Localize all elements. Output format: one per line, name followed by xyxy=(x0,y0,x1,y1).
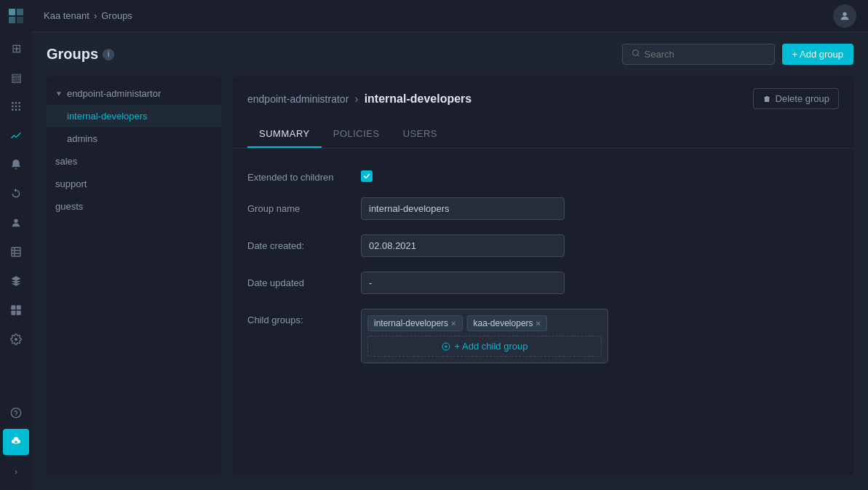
topbar-right xyxy=(833,4,856,28)
left-navigation: ⊞ ▤ › xyxy=(0,0,32,490)
table-icon[interactable] xyxy=(3,239,29,265)
svg-rect-20 xyxy=(11,311,15,315)
group-name-row: Group name xyxy=(247,197,839,220)
svg-rect-14 xyxy=(12,248,20,256)
delete-group-button[interactable]: Delete group xyxy=(753,88,839,109)
widgets-icon[interactable] xyxy=(3,297,29,323)
tree-item-label: internal-developers xyxy=(67,111,148,122)
page-title-area: Groups i xyxy=(47,46,114,63)
detail-breadcrumb-current: internal-developers xyxy=(365,92,472,106)
detail-header: endpoint-administrator › internal-develo… xyxy=(233,76,853,121)
user-avatar[interactable] xyxy=(833,4,856,28)
svg-point-11 xyxy=(15,108,17,111)
date-updated-input xyxy=(361,272,565,294)
detail-breadcrumb-separator: › xyxy=(354,92,358,106)
date-created-input xyxy=(361,234,565,257)
tab-summary[interactable]: SUMMARY xyxy=(247,121,322,148)
breadcrumb-current: Groups xyxy=(101,10,132,21)
group-name-input[interactable] xyxy=(361,197,565,220)
svg-point-5 xyxy=(15,102,17,104)
child-groups-value: internal-developers × kaa-developers × xyxy=(361,309,608,363)
date-updated-label: Date updated xyxy=(247,272,349,288)
apps-icon[interactable] xyxy=(3,93,29,119)
svg-point-9 xyxy=(18,106,20,108)
sidebar-tree: ▼ endpoint-administartor internal-develo… xyxy=(47,76,221,475)
extended-checkbox-wrapper xyxy=(361,166,373,182)
settings-icon[interactable] xyxy=(3,326,29,352)
child-groups-tags: internal-developers × kaa-developers × xyxy=(367,315,602,331)
child-groups-label: Child groups: xyxy=(247,309,349,325)
refresh-icon[interactable] xyxy=(3,181,29,207)
info-badge[interactable]: i xyxy=(103,49,114,60)
alerts-icon[interactable] xyxy=(3,151,29,178)
package-icon[interactable] xyxy=(3,268,29,294)
main-area: Kaa tenant › Groups Groups i xyxy=(32,0,868,490)
child-groups-container: internal-developers × kaa-developers × xyxy=(361,309,608,363)
date-created-value xyxy=(361,234,565,257)
dashboard-icon[interactable]: ▤ xyxy=(3,64,29,90)
add-child-group-button[interactable]: + Add child group xyxy=(367,336,602,357)
search-icon xyxy=(632,49,640,60)
detail-panel: endpoint-administrator › internal-develo… xyxy=(233,76,853,475)
form-content: Extended to children Group name xyxy=(233,149,853,475)
svg-point-23 xyxy=(16,415,17,416)
cloud-upload-icon[interactable] xyxy=(3,429,29,455)
tab-users[interactable]: USERS xyxy=(391,121,449,148)
group-tag-label: kaa-developers xyxy=(474,318,533,328)
detail-breadcrumb: endpoint-administrator › internal-develo… xyxy=(247,92,471,106)
tree-item-label: admins xyxy=(67,133,97,144)
svg-point-8 xyxy=(15,106,17,108)
svg-rect-3 xyxy=(17,17,23,23)
tree-item-guests[interactable]: guests xyxy=(47,195,221,218)
add-group-button[interactable]: + Add group xyxy=(782,44,853,65)
breadcrumb: Kaa tenant › Groups xyxy=(44,10,132,21)
svg-point-22 xyxy=(11,408,20,417)
tree-arrow: ▼ xyxy=(55,90,63,98)
group-tag-label: internal-developers xyxy=(374,318,448,328)
analytics-icon[interactable] xyxy=(3,122,29,149)
remove-tag-kaa-developers[interactable]: × xyxy=(536,319,541,328)
header-actions: + Add group xyxy=(622,44,853,65)
user-circle-icon[interactable] xyxy=(3,210,29,236)
svg-point-6 xyxy=(18,102,20,104)
extended-checkbox[interactable] xyxy=(361,170,373,182)
add-child-group-label: + Add child group xyxy=(455,341,528,352)
tree-item-label: guests xyxy=(55,201,83,212)
date-created-row: Date created: xyxy=(247,234,839,257)
expand-nav-button[interactable]: › xyxy=(3,458,29,484)
remove-tag-internal-developers[interactable]: × xyxy=(451,319,455,328)
svg-point-10 xyxy=(12,108,14,111)
help-icon[interactable] xyxy=(3,400,29,426)
svg-rect-2 xyxy=(9,17,15,23)
svg-point-25 xyxy=(632,50,638,56)
svg-point-12 xyxy=(18,108,20,111)
svg-rect-19 xyxy=(17,305,21,309)
tree-item-support[interactable]: support xyxy=(47,173,221,195)
tab-policies[interactable]: POLICIES xyxy=(322,121,391,148)
tree-item-sales[interactable]: sales xyxy=(47,150,221,173)
search-input[interactable] xyxy=(645,49,765,60)
svg-point-7 xyxy=(12,106,14,108)
page-title: Groups xyxy=(47,46,98,63)
tree-item-endpoint-administrator[interactable]: ▼ endpoint-administartor xyxy=(47,82,221,105)
date-created-label: Date created: xyxy=(247,234,349,251)
search-box xyxy=(622,44,775,65)
extended-label: Extended to children xyxy=(247,166,349,183)
content-body: ▼ endpoint-administartor internal-develo… xyxy=(32,76,868,490)
topbar: Kaa tenant › Groups xyxy=(32,0,868,32)
extended-row: Extended to children xyxy=(247,166,839,183)
svg-line-26 xyxy=(637,55,639,56)
svg-point-13 xyxy=(14,219,17,223)
tree-item-admins[interactable]: admins xyxy=(47,127,221,150)
tree-item-internal-developers[interactable]: internal-developers xyxy=(47,105,221,127)
grid-icon[interactable]: ⊞ xyxy=(3,35,29,61)
tree-item-label: support xyxy=(55,178,87,189)
date-updated-value xyxy=(361,272,565,294)
breadcrumb-tenant[interactable]: Kaa tenant xyxy=(44,10,89,21)
tree-item-label: sales xyxy=(55,156,77,167)
breadcrumb-separator: › xyxy=(94,10,97,21)
app-logo[interactable] xyxy=(6,6,26,26)
svg-point-24 xyxy=(843,12,846,15)
page-content: Groups i + Add group ▼ endpoint-administ xyxy=(32,32,868,490)
group-tag-internal-developers: internal-developers × xyxy=(367,315,463,331)
